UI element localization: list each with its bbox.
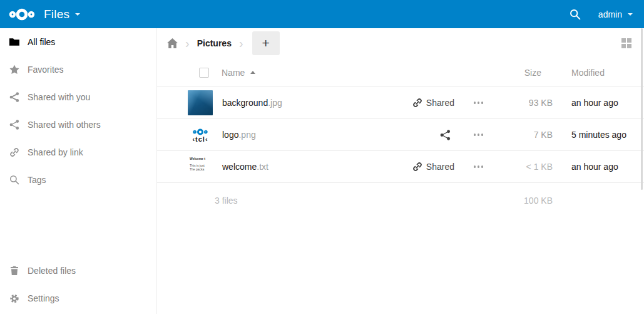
- user-menu-caret-icon: [628, 13, 633, 16]
- file-modified: an hour ago: [553, 98, 644, 108]
- sidebar-item-favorites[interactable]: Favorites: [0, 56, 156, 83]
- file-extension: .png: [238, 130, 255, 140]
- file-extension: .jpg: [268, 98, 282, 108]
- sidebar-item-shared-with-others[interactable]: Shared with others: [0, 111, 156, 139]
- file-size: < 1 KB: [493, 162, 553, 172]
- file-thumbnail-welcome-txt[interactable]: Welcome t This is just The packa: [188, 154, 213, 179]
- share-icon: [9, 92, 19, 102]
- app-menu-caret-icon[interactable]: [75, 13, 80, 16]
- sidebar-item-shared-with-you[interactable]: Shared with you: [0, 83, 156, 111]
- plus-icon: +: [262, 36, 269, 51]
- shared-status[interactable]: Shared: [412, 98, 454, 108]
- sidebar-item-label: Settings: [28, 293, 59, 303]
- trash-icon: [9, 266, 19, 276]
- nextcloud-logo-icon[interactable]: [8, 7, 36, 22]
- user-name: admin: [598, 9, 622, 19]
- sidebar-item-tags[interactable]: Tags: [0, 166, 156, 194]
- sidebar-item-deleted-files[interactable]: Deleted files: [0, 257, 156, 285]
- tag-icon: [9, 175, 19, 185]
- user-menu[interactable]: admin: [598, 9, 633, 19]
- breadcrumb: › Pictures › +: [157, 28, 644, 58]
- select-all-checkbox[interactable]: [199, 68, 209, 78]
- top-header-bar: Files admin: [0, 0, 644, 28]
- sidebar-item-label: Favorites: [28, 65, 64, 75]
- file-list-summary: 3 files 100 KB: [157, 183, 644, 218]
- more-actions-icon[interactable]: [472, 133, 483, 136]
- file-modified: 5 minutes ago: [553, 130, 644, 140]
- text-preview-line: The packa: [190, 167, 204, 171]
- sidebar-bottom: Deleted files Settings: [0, 257, 156, 312]
- file-count: 3 files: [215, 196, 238, 206]
- sidebar-item-label: Shared with you: [28, 92, 90, 102]
- shared-status[interactable]: Shared: [412, 162, 454, 172]
- home-icon[interactable]: [167, 38, 178, 48]
- sidebar-item-settings[interactable]: Settings: [0, 285, 156, 312]
- file-modified: an hour ago: [553, 162, 644, 172]
- link-icon: [412, 98, 422, 108]
- link-icon: [9, 147, 19, 157]
- sidebar-item-label: All files: [28, 37, 55, 47]
- app-title[interactable]: Files: [44, 8, 69, 21]
- column-header-name[interactable]: Name: [222, 68, 245, 78]
- file-table-header: Name Size Modified: [157, 58, 644, 87]
- more-actions-icon[interactable]: [472, 165, 483, 168]
- link-icon: [412, 162, 422, 172]
- shared-label: Shared: [426, 98, 454, 108]
- sidebar-item-label: Shared with others: [28, 120, 101, 130]
- file-name[interactable]: background.jpg: [222, 98, 282, 108]
- new-file-button[interactable]: +: [252, 31, 280, 55]
- star-icon: [9, 65, 19, 75]
- file-name[interactable]: welcome.txt: [222, 162, 268, 172]
- total-size: 100 KB: [493, 196, 553, 206]
- file-size: 7 KB: [493, 130, 553, 140]
- breadcrumb-folder[interactable]: Pictures: [197, 38, 232, 48]
- file-thumbnail-logo-png[interactable]: ‹tcl‹: [188, 122, 213, 147]
- search-icon[interactable]: [570, 9, 581, 20]
- share-status[interactable]: [440, 130, 454, 140]
- files-content: › Pictures › + Name Size Modified backgr…: [157, 28, 644, 314]
- table-row[interactable]: ‹tcl‹ logo.png 7 KB 5 minutes ago: [157, 119, 644, 151]
- column-header-size[interactable]: Size: [493, 68, 553, 78]
- sort-ascending-icon[interactable]: [250, 71, 255, 74]
- sidebar: All files Favorites Shared with you Shar…: [0, 28, 157, 314]
- folder-icon: [9, 37, 19, 47]
- logo-thumbnail-text: ‹tcl‹: [192, 136, 208, 142]
- more-actions-icon[interactable]: [472, 102, 483, 104]
- gear-icon: [9, 293, 19, 303]
- chevron-separator-icon: ›: [239, 36, 243, 51]
- file-thumbnail-background-jpg[interactable]: [188, 90, 213, 115]
- scrollbar[interactable]: [641, 28, 643, 190]
- sidebar-item-shared-by-link[interactable]: Shared by link: [0, 139, 156, 166]
- shared-label: Shared: [426, 162, 454, 172]
- sidebar-item-label: Deleted files: [28, 266, 76, 276]
- file-size: 93 KB: [493, 98, 553, 108]
- share-icon: [440, 130, 451, 140]
- text-preview-line: Welcome t: [190, 157, 205, 160]
- sidebar-item-all-files[interactable]: All files: [0, 28, 156, 56]
- column-header-modified[interactable]: Modified: [553, 68, 644, 78]
- table-row[interactable]: Welcome t This is just The packa welcome…: [157, 151, 644, 183]
- grid-view-toggle-icon[interactable]: [621, 38, 631, 48]
- share-icon: [9, 120, 19, 130]
- chevron-separator-icon: ›: [185, 36, 190, 51]
- file-name[interactable]: logo.png: [222, 130, 256, 140]
- sidebar-item-label: Shared by link: [28, 147, 83, 157]
- file-extension: .txt: [257, 162, 268, 172]
- sidebar-item-label: Tags: [28, 175, 46, 185]
- table-row[interactable]: background.jpg Shared 93 KB an hour ago: [157, 87, 644, 119]
